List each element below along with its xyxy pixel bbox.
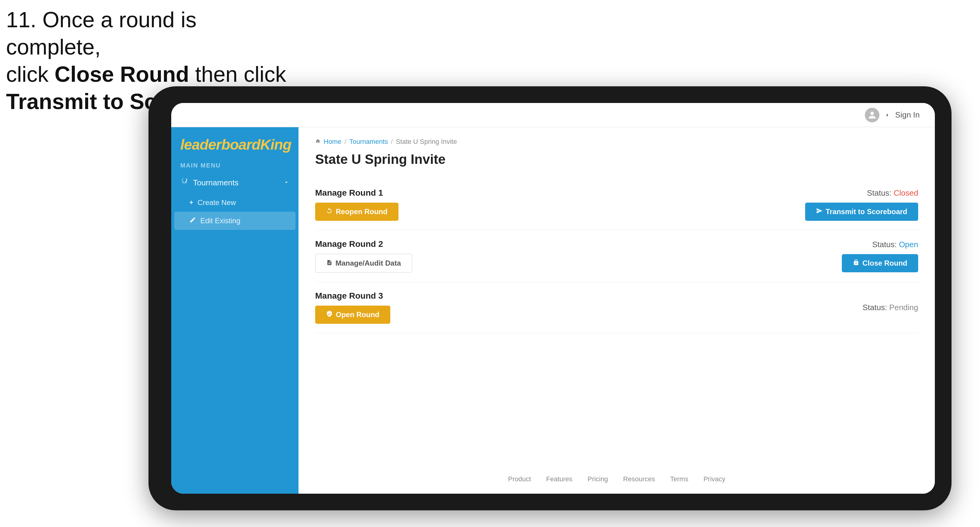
breadcrumb: Home / Tournaments / State U Spring Invi… <box>315 138 918 146</box>
breadcrumb-home-link[interactable]: Home <box>324 138 342 146</box>
footer-link-features[interactable]: Features <box>546 475 573 483</box>
reopen-round-button[interactable]: Reopen Round <box>315 203 398 221</box>
sidebar-sub-item-edit-existing[interactable]: Edit Existing <box>174 212 296 230</box>
round-2-section: Manage Round 2 Manage/Audit Data Status:… <box>315 230 918 282</box>
audit-icon <box>326 259 332 267</box>
transmit-to-scoreboard-button[interactable]: Transmit to Scoreboard <box>805 203 918 221</box>
instruction-bold1: Close Round <box>54 62 189 86</box>
breadcrumb-home <box>315 138 321 146</box>
round-1-title: Manage Round 1 <box>315 188 398 198</box>
sidebar-item-tournaments-label: Tournaments <box>193 178 239 187</box>
round-3-left: Manage Round 3 Open Round <box>315 291 390 324</box>
breadcrumb-sep1: / <box>345 138 346 146</box>
round-2-title: Manage Round 2 <box>315 239 412 249</box>
chevron-down-icon <box>283 178 290 187</box>
footer-link-pricing[interactable]: Pricing <box>587 475 608 483</box>
round-2-status: Status: Open <box>872 240 918 249</box>
manage-audit-label: Manage/Audit Data <box>336 259 401 267</box>
round-1-status-value: Closed <box>894 188 918 197</box>
top-bar: Sign In <box>171 103 935 127</box>
trophy-icon <box>180 178 189 188</box>
footer-link-privacy[interactable]: Privacy <box>703 475 725 483</box>
logo-text-normal: leaderboard <box>180 137 260 152</box>
round-2-status-value: Open <box>899 240 918 249</box>
create-new-label: Create New <box>197 198 236 207</box>
open-round-icon <box>326 310 333 319</box>
edit-icon <box>189 217 196 225</box>
round-3-right: Status: Pending <box>862 303 918 312</box>
page-title: State U Spring Invite <box>315 152 918 167</box>
breadcrumb-current: State U Spring Invite <box>396 138 457 146</box>
sign-in-area[interactable]: Sign In <box>865 108 920 122</box>
sidebar-sub-item-create-new[interactable]: + Create New <box>171 194 299 212</box>
content-footer: Product Features Pricing Resources Terms… <box>315 457 918 483</box>
content-area: Home / Tournaments / State U Spring Invi… <box>299 127 935 494</box>
round-1-status: Status: Closed <box>867 188 918 198</box>
tablet-screen: Sign In leaderboardKing MAIN MENU <box>171 103 935 494</box>
round-3-status-value: Pending <box>889 303 918 312</box>
round-3-section: Manage Round 3 Open Round Status: Pendin… <box>315 282 918 333</box>
sidebar: leaderboardKing MAIN MENU Tournaments <box>171 127 299 494</box>
round-1-right: Status: Closed Transmit to Scoreboard <box>805 188 918 221</box>
footer-link-resources[interactable]: Resources <box>623 475 655 483</box>
instruction-line3: then click <box>189 62 286 86</box>
round-1-left: Manage Round 1 Reopen Round <box>315 188 398 221</box>
round-1-section: Manage Round 1 Reopen Round Status: Clos… <box>315 179 918 230</box>
close-round-label: Close Round <box>862 259 907 267</box>
round-2-right: Status: Open Close Round <box>842 240 918 272</box>
transmit-icon <box>816 208 823 216</box>
round-3-status: Status: Pending <box>862 303 918 312</box>
open-round-button[interactable]: Open Round <box>315 306 390 324</box>
main-menu-label: MAIN MENU <box>171 159 299 172</box>
tablet-device: Sign In leaderboardKing MAIN MENU <box>148 86 951 510</box>
manage-audit-button[interactable]: Manage/Audit Data <box>315 254 412 273</box>
logo-text-highlight: King <box>260 137 291 152</box>
round-3-title: Manage Round 3 <box>315 291 390 301</box>
sidebar-item-tournaments[interactable]: Tournaments <box>171 172 299 194</box>
breadcrumb-sep2: / <box>391 138 393 146</box>
plus-icon: + <box>189 199 193 206</box>
edit-existing-label: Edit Existing <box>200 217 240 225</box>
reopen-round-label: Reopen Round <box>336 208 388 216</box>
close-round-icon <box>853 259 859 267</box>
logo: leaderboardKing <box>180 136 290 153</box>
footer-link-terms[interactable]: Terms <box>670 475 689 483</box>
open-round-label: Open Round <box>336 310 379 319</box>
instruction-line1: 11. Once a round is complete, <box>6 8 196 59</box>
round-2-left: Manage Round 2 Manage/Audit Data <box>315 239 412 273</box>
logo-area: leaderboardKing <box>171 127 299 159</box>
close-round-button[interactable]: Close Round <box>842 254 918 272</box>
instruction-line2: click <box>6 62 54 86</box>
transmit-scoreboard-label: Transmit to Scoreboard <box>826 208 907 216</box>
sign-in-label[interactable]: Sign In <box>895 110 920 120</box>
user-avatar <box>865 108 880 122</box>
footer-link-product[interactable]: Product <box>508 475 531 483</box>
breadcrumb-tournaments-link[interactable]: Tournaments <box>349 138 388 146</box>
reopen-icon <box>326 208 333 216</box>
